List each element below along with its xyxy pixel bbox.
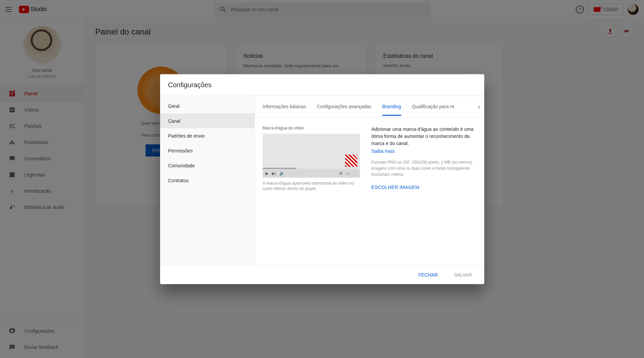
watermark-label: Marca-d'água do vídeo [263, 125, 361, 130]
video-preview: ▶ ▶| 🔊 ⚙ ▭ ⛶ [263, 134, 360, 177]
settings-nav-community[interactable]: Comunidade [160, 158, 254, 173]
modal-title: Configurações [160, 74, 484, 96]
preview-caption: A marca-d'água aparecerá sobreposta ao v… [263, 180, 361, 192]
volume-icon: 🔊 [279, 171, 284, 175]
learn-more-link[interactable]: Saiba mais [371, 148, 476, 153]
tab-branding[interactable]: Branding [382, 97, 401, 116]
settings-modal: Configurações Geral Canal Padrões de env… [160, 74, 484, 284]
settings-nav-channel[interactable]: Canal [160, 113, 254, 128]
play-icon: ▶ [265, 171, 268, 175]
choose-image-button[interactable]: ESCOLHER IMAGEM [371, 184, 419, 190]
format-hint: Formato PNG ou GIF, 150x150 pixels, 1 MB… [371, 159, 476, 177]
watermark-description: Adicionar uma marca-d'água ao conteúdo é… [371, 125, 476, 147]
tab-basic-info[interactable]: Informações básicas [263, 97, 306, 116]
tabs-scroll-right-icon[interactable]: › [478, 102, 480, 110]
watermark-placeholder-icon [345, 154, 357, 167]
theater-icon: ▭ [346, 171, 350, 175]
gear-icon: ⚙ [339, 171, 343, 175]
settings-nav-upload-defaults[interactable]: Padrões de envio [160, 128, 254, 143]
save-button[interactable]: SALVAR [450, 269, 476, 280]
settings-nav-permissions[interactable]: Permissões [160, 143, 254, 158]
settings-nav-contracts[interactable]: Contratos [160, 173, 254, 188]
next-icon: ▶| [272, 171, 276, 175]
close-button[interactable]: FECHAR [414, 269, 442, 280]
settings-nav-general[interactable]: Geral [160, 98, 254, 113]
tab-advanced[interactable]: Configurações avançadas [317, 97, 371, 116]
tab-eligibility[interactable]: Qualificação para re [412, 97, 454, 116]
fullscreen-icon: ⛶ [353, 171, 357, 175]
